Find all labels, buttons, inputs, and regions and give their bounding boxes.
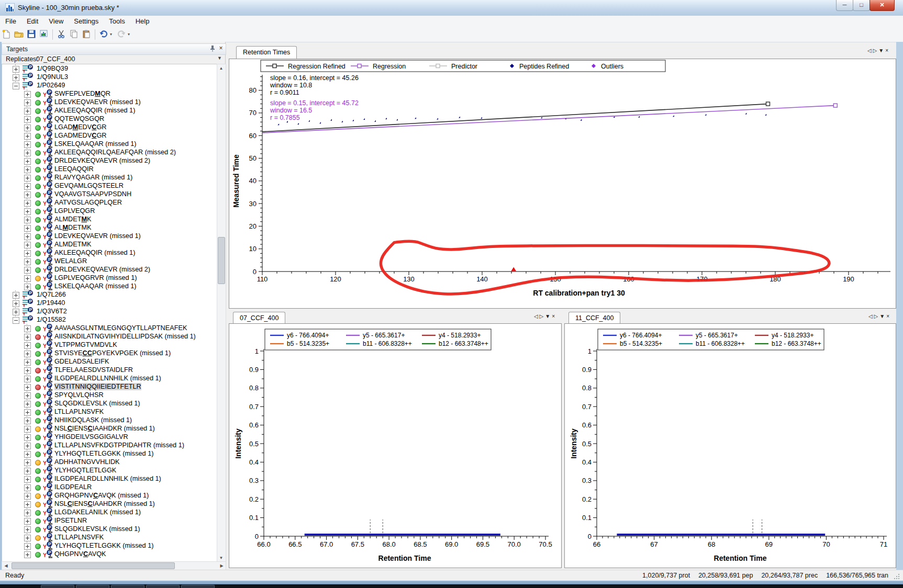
tree-item-peptide[interactable]: YPLTLLAPLNSVFK <box>2 408 218 416</box>
resize-grip[interactable] <box>894 573 900 580</box>
chromatogram-07-chart[interactable]: 66.066.567.067.568.068.569.069.570.070.5… <box>229 324 561 570</box>
menu-settings[interactable]: Settings <box>69 16 104 27</box>
peptide-sequence[interactable]: QQTEWQSGQR <box>54 115 104 122</box>
expand-icon[interactable] <box>24 99 31 106</box>
peptide-sequence[interactable]: GRQHGPNVCAVQK (missed 1) <box>54 492 149 499</box>
tree-item-peptide[interactable]: YPYLYHGQTLETLGGKK (missed 1) <box>2 449 218 458</box>
peptide-sequence[interactable]: ALMDETMK <box>54 224 92 231</box>
tree-item-peptide[interactable]: YPVLTPPMGTVMDVLK <box>2 341 218 349</box>
expand-icon[interactable] <box>24 501 31 508</box>
tree-item-peptide[interactable]: YPLSKELQAAQAR (missed 1) <box>2 282 218 290</box>
expand-icon[interactable] <box>24 518 31 525</box>
pin-icon[interactable] <box>208 45 217 53</box>
peptide-sequence[interactable]: VLTPPMGTVMDVLK <box>54 341 117 348</box>
expand-icon[interactable] <box>13 74 19 81</box>
peptide-sequence[interactable]: RLAVYQAGAR (missed 1) <box>54 174 132 181</box>
protein-name[interactable]: 1/Q15582 <box>37 316 66 323</box>
minimize-button[interactable]: ─ <box>836 0 853 11</box>
menu-view[interactable]: View <box>43 16 69 27</box>
expand-icon[interactable] <box>24 284 31 290</box>
protein-name[interactable]: 1/P02649 <box>37 82 65 89</box>
menu-help[interactable]: Help <box>130 16 155 27</box>
peptide-sequence[interactable]: SPYQLVLQHSR <box>54 391 104 399</box>
peptide-sequence[interactable]: LDEVKEQVAEVR (missed 1) <box>54 232 141 240</box>
expand-icon[interactable] <box>24 175 31 182</box>
peptide-sequence[interactable]: WELALGR <box>54 257 87 265</box>
tree-item-peptide[interactable]: YPGDELADSALEIFK <box>2 357 218 366</box>
expand-icon[interactable] <box>24 200 31 207</box>
tree-item-peptide[interactable]: YPSTVISYECCPGYEKVPGEK (missed 1) <box>2 349 218 357</box>
peptide-sequence[interactable]: LSKELQAAQAR (missed 1) <box>54 140 137 148</box>
tree-item-peptide[interactable]: YPSWFEPLVEDMQR <box>2 89 218 98</box>
peptide-sequence[interactable]: AIISNKDILATNGVIHYIDELLIPDSAK (missed 1) <box>54 333 196 340</box>
tree-item-peptide[interactable]: YPAATVGSLAGQPLQER <box>2 198 218 207</box>
horizontal-scroll-thumb[interactable] <box>12 562 175 569</box>
expand-icon[interactable] <box>24 417 31 424</box>
undo-icon[interactable] <box>98 28 109 40</box>
peptide-sequence[interactable]: IPSETLNR <box>54 517 87 524</box>
expand-icon[interactable] <box>24 108 31 115</box>
expand-icon[interactable] <box>24 350 31 357</box>
tree-item-peptide[interactable]: YPVISTITNNIQQIIEIEDTFETLR <box>2 382 218 391</box>
save-icon[interactable] <box>26 28 37 40</box>
expand-icon[interactable] <box>24 334 31 341</box>
chevron-down-icon[interactable]: ▾ <box>110 28 115 40</box>
protein-name[interactable]: 1/Q7L266 <box>37 291 66 298</box>
peptide-sequence[interactable]: LGADMEDVCGR <box>54 123 106 131</box>
menu-edit[interactable]: Edit <box>21 16 43 27</box>
retention-times-chart[interactable]: 1101201301401501601701801900102030405060… <box>229 59 896 310</box>
peptide-sequence[interactable]: NHIIKDQLASK (missed 1) <box>54 416 132 424</box>
expand-icon[interactable] <box>24 451 31 458</box>
expand-icon[interactable] <box>24 325 31 332</box>
tree-item-peptide[interactable]: YPTLFELAAESDVSTAIDLFR <box>2 366 218 374</box>
tree-item-peptide[interactable]: YPILGDPEALR <box>2 483 218 491</box>
tree-item-peptide[interactable]: YPYLYHGQTLETLGGKK (missed 1) <box>2 541 218 550</box>
tree-item-protein[interactable]: YP1/Q9BQ39 <box>2 64 218 73</box>
expand-icon[interactable] <box>24 242 31 248</box>
tree-item-peptide[interactable]: YPLTLLAPLNSVFKDGTPPIDAHTR (missed 1) <box>2 441 218 449</box>
peptide-sequence[interactable]: NSLCIENSCIAAHDKR (missed 1) <box>54 425 155 432</box>
peptide-sequence[interactable]: SLQGDKLEVSLK (missed 1) <box>54 400 140 407</box>
import-results-icon[interactable] <box>38 28 50 40</box>
taskbar-button[interactable] <box>146 585 180 588</box>
tree-item-peptide[interactable]: YPDRLDEVKEQVAEVR (missed 2) <box>2 265 218 274</box>
tree-item-peptide[interactable]: YPYLYHGQTLETLGGK <box>2 466 218 474</box>
expand-icon[interactable] <box>24 267 31 274</box>
expand-icon[interactable] <box>24 183 31 190</box>
tree-item-peptide[interactable]: YPSLQGDKLEVSLK (missed 1) <box>2 525 218 533</box>
expand-icon[interactable] <box>24 543 31 550</box>
tree-item-peptide[interactable]: YPAKLEEQAQQIRLQAEAFQAR (missed 2) <box>2 148 218 156</box>
peptide-sequence[interactable]: LTLLAPLNSVFK <box>54 408 104 415</box>
expand-icon[interactable] <box>13 309 19 315</box>
targets-panel-header[interactable]: Targets × <box>2 43 226 55</box>
expand-icon[interactable] <box>24 476 31 483</box>
expand-icon[interactable] <box>24 125 31 131</box>
expand-icon[interactable] <box>24 468 31 474</box>
expand-icon[interactable] <box>24 535 31 541</box>
peptide-sequence[interactable]: AAVAASGLNTMLEGNGQYTLLAPTNEAFEK <box>54 324 187 332</box>
tree-item-peptide[interactable]: YPLDEVKEQVAEVR (missed 1) <box>2 98 218 106</box>
tree-item-peptide[interactable]: YPWELALGR <box>2 257 218 265</box>
maximize-button[interactable]: □ <box>853 0 870 11</box>
tree-item-peptide[interactable]: YPLEEQAQQIR <box>2 165 218 173</box>
tree-item-peptide[interactable]: YPAIISNKDILATNGVIHYIDELLIPDSAK (missed 1… <box>2 332 218 341</box>
expand-icon[interactable] <box>13 66 19 73</box>
expand-icon[interactable] <box>24 250 31 257</box>
expand-icon[interactable] <box>24 434 31 441</box>
tree-item-peptide[interactable]: YPQQTEWQSGQR <box>2 115 218 123</box>
peptide-sequence[interactable]: YHIGDEILVSGGIGALVR <box>54 433 128 440</box>
tree-item-peptide[interactable]: YPYHIGDEILVSGGIGALVR <box>2 433 218 441</box>
tree-item-peptide[interactable]: YPAKLEEQAQQIR (missed 1) <box>2 248 218 257</box>
tree-item-peptide[interactable]: YPLGPLVEQGRVR (missed 1) <box>2 274 218 282</box>
expand-icon[interactable] <box>24 459 31 466</box>
peptide-sequence[interactable]: GDELADSALEIFK <box>54 358 109 365</box>
expand-icon[interactable] <box>24 258 31 265</box>
tree-item-protein[interactable]: YP1/Q7L266 <box>2 290 218 299</box>
expand-icon[interactable] <box>24 342 31 349</box>
expand-icon[interactable] <box>24 551 31 558</box>
pane-nav-buttons[interactable]: ◁▷▼× <box>534 313 556 319</box>
peptide-sequence[interactable]: AATVGSLAGQPLQER <box>54 199 122 206</box>
peptide-sequence[interactable]: LGPLVEQGR <box>54 207 95 214</box>
new-document-icon[interactable] <box>1 28 12 40</box>
expand-icon[interactable] <box>24 150 31 156</box>
